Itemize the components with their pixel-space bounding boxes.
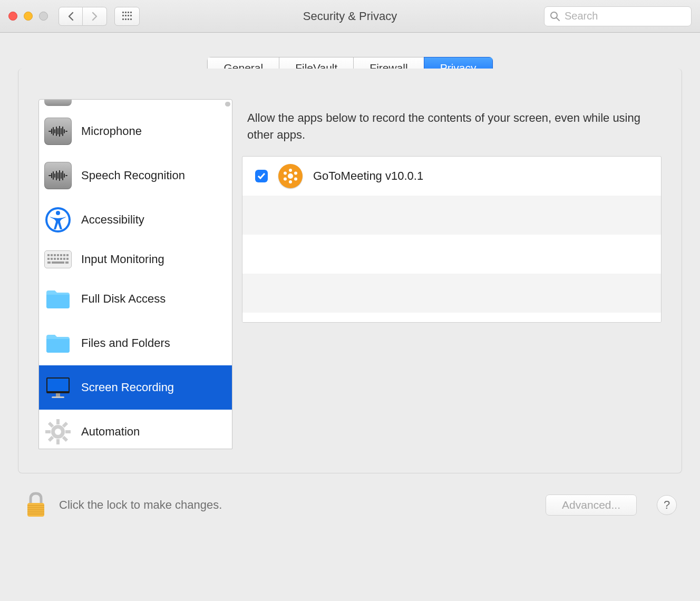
sidebar-item-automation[interactable]: Automation bbox=[39, 410, 232, 449]
window-title: Security & Privacy bbox=[303, 9, 397, 23]
sidebar-item-speech-recognition[interactable]: Speech Recognition bbox=[39, 153, 232, 198]
lock-icon bbox=[23, 491, 48, 519]
search-input[interactable] bbox=[565, 10, 686, 22]
svg-point-42 bbox=[284, 177, 287, 180]
svg-rect-8 bbox=[57, 254, 59, 256]
lock-message: Click the lock to make changes. bbox=[59, 498, 222, 512]
monitor-icon bbox=[44, 374, 72, 401]
search-icon bbox=[550, 11, 560, 22]
svg-rect-13 bbox=[51, 258, 53, 260]
svg-rect-32 bbox=[62, 422, 68, 428]
svg-rect-23 bbox=[47, 379, 69, 391]
svg-rect-34 bbox=[62, 436, 68, 442]
nav-button-group bbox=[59, 7, 107, 26]
svg-rect-45 bbox=[27, 505, 44, 506]
svg-rect-28 bbox=[56, 419, 60, 424]
privacy-category-list[interactable]: Microphone Speech Recognition Accessibil… bbox=[38, 99, 232, 449]
svg-rect-48 bbox=[27, 511, 44, 512]
svg-rect-14 bbox=[54, 258, 56, 260]
svg-point-40 bbox=[284, 171, 287, 175]
svg-rect-49 bbox=[27, 513, 44, 515]
svg-rect-25 bbox=[52, 396, 64, 398]
forward-button[interactable] bbox=[83, 7, 107, 26]
svg-rect-5 bbox=[47, 254, 50, 256]
partial-item-icon bbox=[44, 99, 72, 106]
zoom-window-button[interactable] bbox=[39, 12, 48, 21]
sidebar-item-full-disk-access[interactable]: Full Disk Access bbox=[39, 277, 232, 321]
empty-row bbox=[242, 313, 661, 323]
folder-icon bbox=[44, 329, 72, 357]
svg-line-1 bbox=[557, 18, 559, 21]
svg-rect-18 bbox=[66, 258, 69, 260]
help-button[interactable]: ? bbox=[657, 495, 677, 515]
svg-rect-29 bbox=[56, 439, 60, 444]
permission-description: Allow the apps below to record the conte… bbox=[242, 99, 662, 156]
empty-row bbox=[242, 274, 661, 313]
svg-rect-16 bbox=[60, 258, 62, 260]
svg-rect-46 bbox=[27, 507, 44, 508]
svg-point-39 bbox=[289, 180, 292, 183]
window-controls bbox=[8, 12, 48, 21]
folder-icon bbox=[44, 285, 72, 313]
svg-rect-12 bbox=[47, 258, 50, 260]
sidebar-item-label: Speech Recognition bbox=[81, 169, 185, 182]
sidebar-item-files-and-folders[interactable]: Files and Folders bbox=[39, 321, 232, 365]
svg-point-37 bbox=[288, 173, 293, 179]
svg-rect-47 bbox=[27, 509, 44, 510]
svg-point-4 bbox=[56, 211, 60, 215]
svg-rect-9 bbox=[60, 254, 62, 256]
sidebar-item-label: Input Monitoring bbox=[81, 253, 164, 266]
search-field[interactable] bbox=[544, 6, 692, 26]
lock-button[interactable] bbox=[23, 491, 48, 519]
svg-point-41 bbox=[294, 171, 297, 175]
sidebar-item-label: Full Disk Access bbox=[81, 292, 166, 306]
back-button[interactable] bbox=[59, 7, 83, 26]
main-panel: Microphone Speech Recognition Accessibil… bbox=[18, 69, 682, 473]
gear-icon bbox=[44, 418, 72, 445]
sidebar-item-label: Automation bbox=[81, 425, 140, 439]
toolbar: Security & Privacy bbox=[0, 0, 700, 33]
sidebar-item-screen-recording[interactable]: Screen Recording bbox=[39, 365, 232, 410]
svg-rect-17 bbox=[63, 258, 65, 260]
sidebar-item-input-monitoring[interactable]: Input Monitoring bbox=[39, 242, 232, 277]
svg-rect-7 bbox=[54, 254, 56, 256]
svg-rect-31 bbox=[45, 430, 51, 433]
svg-rect-15 bbox=[57, 258, 59, 260]
chevron-left-icon bbox=[67, 12, 74, 21]
minimize-window-button[interactable] bbox=[24, 12, 33, 21]
close-window-button[interactable] bbox=[8, 12, 17, 21]
svg-rect-20 bbox=[52, 261, 64, 264]
sidebar-item-accessibility[interactable]: Accessibility bbox=[39, 198, 232, 242]
svg-rect-11 bbox=[66, 254, 69, 256]
microphone-waveform-icon bbox=[44, 118, 72, 145]
chevron-right-icon bbox=[91, 12, 99, 21]
svg-rect-24 bbox=[56, 393, 60, 396]
svg-rect-21 bbox=[65, 261, 69, 264]
footer: Click the lock to make changes. Advanced… bbox=[0, 473, 700, 519]
keyboard-icon bbox=[44, 250, 72, 268]
sidebar-item-label: Microphone bbox=[81, 124, 142, 138]
svg-rect-6 bbox=[51, 254, 53, 256]
svg-rect-30 bbox=[65, 430, 71, 433]
app-name-label: GoToMeeting v10.0.1 bbox=[313, 169, 423, 183]
svg-point-0 bbox=[551, 12, 557, 18]
svg-point-27 bbox=[55, 429, 61, 435]
scrollbar-thumb[interactable] bbox=[225, 102, 230, 106]
grid-icon bbox=[122, 12, 132, 21]
accessibility-icon bbox=[44, 206, 72, 234]
empty-row bbox=[242, 196, 661, 235]
svg-point-38 bbox=[289, 169, 292, 172]
list-item[interactable] bbox=[39, 100, 232, 109]
svg-rect-35 bbox=[48, 422, 54, 428]
sidebar-item-microphone[interactable]: Microphone bbox=[39, 109, 232, 153]
app-checkbox[interactable] bbox=[255, 170, 268, 182]
empty-row bbox=[242, 235, 661, 274]
checkmark-icon bbox=[257, 172, 266, 180]
show-all-prefs-button[interactable] bbox=[114, 7, 140, 26]
app-row[interactable]: GoToMeeting v10.0.1 bbox=[242, 157, 661, 196]
svg-rect-10 bbox=[63, 254, 65, 256]
sidebar-item-label: Files and Folders bbox=[81, 336, 170, 350]
app-permission-list[interactable]: GoToMeeting v10.0.1 bbox=[242, 156, 662, 323]
advanced-button[interactable]: Advanced... bbox=[546, 495, 637, 516]
sidebar-item-label: Accessibility bbox=[81, 213, 144, 227]
